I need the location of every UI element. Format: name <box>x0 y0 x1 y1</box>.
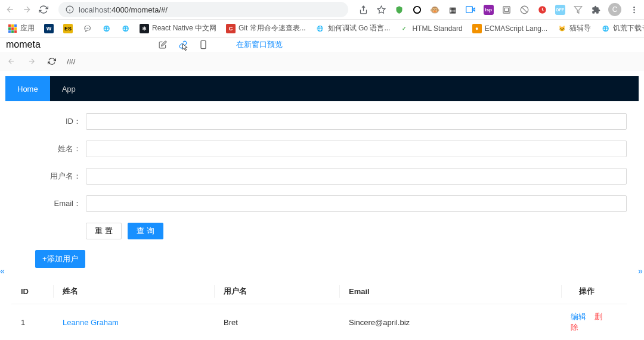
svg-rect-24 <box>201 40 206 48</box>
favicon: 🌐 <box>600 24 610 33</box>
svg-rect-17 <box>14 24 17 27</box>
add-user-button[interactable]: +添加用户 <box>35 250 85 268</box>
ext-circle-icon[interactable] <box>411 4 422 15</box>
edit-link[interactable]: 编辑 <box>571 312 586 321</box>
favicon: ● <box>472 24 482 33</box>
svg-rect-22 <box>11 30 14 33</box>
bookmark-item[interactable]: ●ECMAScript Lang... <box>469 21 550 36</box>
chrome-right-icons: 🐵 ▦ lsp OFF C <box>358 3 639 16</box>
bookmark-item[interactable]: 🌐 <box>98 21 114 36</box>
apps-icon <box>8 24 17 33</box>
bookmark-item[interactable]: W <box>41 21 57 36</box>
query-button[interactable]: 查询 <box>128 223 163 239</box>
username-label: 用户名： <box>11 171 86 182</box>
svg-rect-16 <box>11 24 14 27</box>
user-table: ID 姓名 用户名 Email 操作 1 Leanne Graham Bret … <box>11 279 627 340</box>
apps-label: 应用 <box>20 23 35 33</box>
reload-icon[interactable] <box>38 4 49 15</box>
svg-point-13 <box>633 9 635 11</box>
link-icon[interactable] <box>178 39 188 50</box>
ext-qr-icon[interactable]: ▦ <box>447 4 458 15</box>
bookmark-item[interactable]: ES <box>60 21 76 36</box>
username-input[interactable] <box>86 168 627 185</box>
bookmark-item[interactable]: 🐱猫辅导 <box>554 21 594 36</box>
svg-point-14 <box>633 11 635 13</box>
tab-home[interactable]: Home <box>5 76 50 101</box>
ext-filter-icon[interactable] <box>572 4 583 15</box>
app-title: mometa <box>6 39 41 50</box>
avatar[interactable]: C <box>608 3 621 16</box>
ext-lsp-icon[interactable]: lsp <box>483 4 494 15</box>
favicon: 🌐 <box>120 24 130 33</box>
ext-video-icon[interactable] <box>465 4 476 15</box>
mometa-toolbar: mometa 在新窗口预览 <box>0 38 644 52</box>
bookmark-bar: 应用 W ES 💬 🌐 🌐 ⚛React Native 中文网 CGit 常用命… <box>0 20 644 38</box>
bookmark-item[interactable]: 🌐饥荒下载专题_中文... <box>597 21 644 36</box>
svg-rect-18 <box>8 27 11 30</box>
app-area: « » Home App ID： 姓名： 用户名： Email： <box>0 71 644 340</box>
favicon: C <box>226 24 236 33</box>
svg-rect-7 <box>504 8 508 11</box>
inner-nav: /#/ <box>0 52 644 71</box>
name-label: 姓名： <box>11 144 86 154</box>
favicon: 🌐 <box>315 24 325 33</box>
bookmark-label: Git 常用命令速查表... <box>239 23 306 33</box>
reset-button[interactable]: 重置 <box>86 223 122 239</box>
inner-back-icon[interactable] <box>6 56 17 67</box>
tab-app[interactable]: App <box>50 76 88 101</box>
ext-monkey-icon[interactable]: 🐵 <box>429 4 440 15</box>
ext-shield-icon[interactable] <box>394 4 404 15</box>
bookmark-item[interactable]: CGit 常用命令速查表... <box>223 21 309 36</box>
id-input[interactable] <box>86 113 627 130</box>
bookmark-label: ECMAScript Lang... <box>485 24 547 33</box>
svg-rect-19 <box>11 27 14 30</box>
ext-off-icon[interactable]: OFF <box>555 4 565 15</box>
favicon: 🌐 <box>101 24 111 33</box>
ext-block-icon[interactable] <box>519 4 530 15</box>
back-icon[interactable] <box>5 4 16 15</box>
forward-icon[interactable] <box>21 4 32 15</box>
inner-forward-icon[interactable] <box>26 56 37 67</box>
expand-left-icon[interactable]: « <box>0 266 6 275</box>
bookmark-item[interactable]: 💬 <box>79 21 95 36</box>
extensions-icon[interactable] <box>590 4 601 15</box>
bookmark-item[interactable]: 🌐 <box>117 21 133 36</box>
ext-red-icon[interactable] <box>537 4 547 15</box>
svg-rect-6 <box>503 6 509 13</box>
col-email: Email <box>339 279 561 304</box>
inner-path: /#/ <box>67 57 75 66</box>
menu-icon[interactable] <box>628 4 639 15</box>
favicon: 💬 <box>82 24 92 33</box>
bookmark-label: 如何调试 Go 语言... <box>328 23 391 33</box>
bookmark-item[interactable]: ⚛React Native 中文网 <box>137 21 219 36</box>
svg-rect-15 <box>8 24 11 27</box>
browser-chrome: localhost:4000/mometa/#/ 🐵 ▦ lsp OFF C <box>0 0 644 20</box>
expand-right-icon[interactable]: » <box>638 266 644 275</box>
bookmark-item[interactable]: 🌐如何调试 Go 语言... <box>312 21 394 36</box>
device-icon[interactable] <box>198 39 209 50</box>
email-input[interactable] <box>86 195 627 212</box>
svg-rect-20 <box>14 27 17 30</box>
bookmark-item[interactable]: ✓HTML Standard <box>397 21 465 36</box>
svg-point-4 <box>413 6 420 13</box>
svg-rect-23 <box>14 30 17 33</box>
svg-marker-3 <box>377 6 385 13</box>
name-link[interactable]: Leanne Graham <box>63 318 119 327</box>
bookmark-label: HTML Standard <box>412 24 462 33</box>
info-icon <box>66 5 74 14</box>
inner-reload-icon[interactable] <box>47 56 57 67</box>
preview-link[interactable]: 在新窗口预览 <box>236 39 283 50</box>
share-icon[interactable] <box>358 4 369 15</box>
favicon: ⚛ <box>140 24 149 33</box>
svg-line-9 <box>522 7 527 13</box>
name-input[interactable] <box>86 141 627 157</box>
apps-shortcut[interactable]: 应用 <box>5 21 38 36</box>
ext-window-icon[interactable] <box>501 4 512 15</box>
col-name: 姓名 <box>53 279 214 304</box>
url-bar[interactable]: localhost:4000/mometa/#/ <box>58 2 348 17</box>
col-username: 用户名 <box>214 279 339 304</box>
star-icon[interactable] <box>376 4 386 15</box>
favicon: 🐱 <box>557 24 566 33</box>
edit-icon[interactable] <box>157 39 168 50</box>
favicon: ES <box>63 24 73 33</box>
